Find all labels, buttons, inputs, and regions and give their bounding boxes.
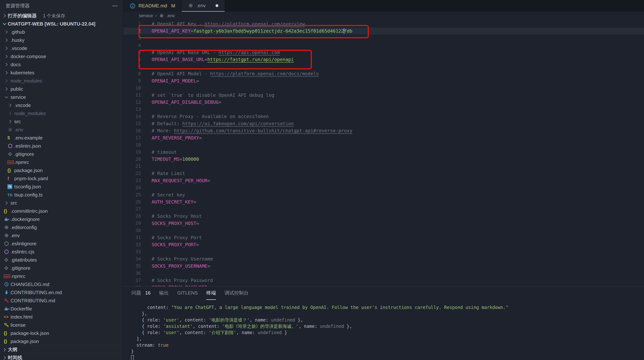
- tree-file-.gitignore[interactable]: .gitignore: [0, 264, 123, 272]
- code-line-33[interactable]: 33: [123, 248, 644, 256]
- code-line-8[interactable]: 8# OpenAI API Model - https://platform.o…: [123, 70, 644, 77]
- code-line-36[interactable]: 36: [123, 270, 644, 277]
- tree-file-.gitattributes[interactable]: .gitattributes: [0, 256, 123, 264]
- tree-file-CONTRIBUTING.en.md[interactable]: CONTRIBUTING.en.md: [0, 288, 123, 297]
- code-line-30[interactable]: 30: [123, 227, 644, 234]
- code-line-7[interactable]: 7: [123, 63, 644, 70]
- open-editors-section[interactable]: 打开的编辑器 1 个未保存: [0, 12, 123, 20]
- tree-file-.gitignore[interactable]: .gitignore: [0, 150, 123, 158]
- tree-file-package.json[interactable]: {}package.json: [0, 337, 123, 346]
- tree-folder-.github[interactable]: .github: [0, 28, 123, 36]
- tree-folder-node_modules[interactable]: node_modules: [0, 77, 123, 85]
- tree-folder-src[interactable]: src: [0, 117, 123, 126]
- code-line-27[interactable]: 27: [123, 206, 644, 213]
- code-line-32[interactable]: 32SOCKS_PROXY_PORT=: [123, 241, 644, 248]
- code-line-38[interactable]: 38SOCKS_PROXY_PASSWORD=: [123, 284, 644, 287]
- code-line-15[interactable]: 15# Default: https://ai.fakeopen.com/api…: [123, 120, 644, 127]
- tree-folder-service[interactable]: service: [0, 93, 123, 101]
- code-line-21[interactable]: 21: [123, 163, 644, 170]
- tree-file-.npmrc[interactable]: npm.npmrc: [0, 158, 123, 166]
- tree-folder-.husky[interactable]: .husky: [0, 36, 123, 44]
- tree-file-package-lock.json[interactable]: {}package-lock.json: [0, 329, 123, 337]
- panel-tab-GITLENS[interactable]: GITLENS: [177, 287, 198, 300]
- tab-.env[interactable]: .env: [182, 0, 225, 12]
- breadcrumb[interactable]: service › .env: [123, 12, 644, 19]
- code-line-22[interactable]: 22# Rate Limit: [123, 170, 644, 177]
- project-root-section[interactable]: CHATGPT-WEB [WSL: UBUNTU-22.04]: [0, 20, 123, 28]
- code-line-25[interactable]: 25# Secret key: [123, 191, 644, 199]
- code-line-35[interactable]: 35SOCKS_PROXY_USERNAME=: [123, 263, 644, 270]
- code-line-31[interactable]: 31# Socks Proxy Port: [123, 234, 644, 241]
- code-editor[interactable]: 1# OpenAI API Key - https://platform.ope…: [123, 19, 644, 286]
- more-actions-icon[interactable]: [112, 3, 118, 9]
- tree-file-.dockerignore[interactable]: .dockerignore: [0, 215, 123, 223]
- tree-file-tsconfig.json[interactable]: TStsconfig.json: [0, 183, 123, 191]
- code-line-28[interactable]: 28# Socks Proxy Host: [123, 213, 644, 220]
- tree-file-pnpm-lock.yaml[interactable]: !pnpm-lock.yaml: [0, 174, 123, 183]
- breadcrumb-folder[interactable]: service: [139, 13, 153, 18]
- tree-file-.eslintrc.json[interactable]: .eslintrc.json: [0, 142, 123, 150]
- code-line-14[interactable]: 14# Reverse Proxy - Available on accessT…: [123, 113, 644, 120]
- tree-file-.npmrc[interactable]: npm.npmrc: [0, 272, 123, 280]
- code-line-24[interactable]: 24: [123, 184, 644, 191]
- tree-file-CONTRIBUTING.md[interactable]: CONTRIBUTING.md: [0, 297, 123, 305]
- code-line-4[interactable]: 4: [123, 42, 644, 49]
- code-line-5[interactable]: 5# OpenAI API Base URL - https://api.ope…: [123, 49, 644, 56]
- breadcrumb-file[interactable]: .env: [166, 13, 175, 18]
- whale-icon: [4, 306, 10, 312]
- code-line-26[interactable]: 26AUTH_SECRET_KEY=: [123, 199, 644, 206]
- panel-tab-终端[interactable]: 终端: [206, 287, 216, 300]
- code-line-23[interactable]: 23MAX_REQUEST_PER_HOUR=: [123, 177, 644, 184]
- code-line-10[interactable]: 10: [123, 84, 644, 92]
- code-line-18[interactable]: 18: [123, 141, 644, 149]
- line-number: 2: [123, 27, 141, 35]
- tree-file-Dockerfile[interactable]: Dockerfile: [0, 305, 123, 313]
- tree-file-license[interactable]: license: [0, 321, 123, 329]
- tree-file-.env.example[interactable]: $.env.example: [0, 134, 123, 142]
- code-line-3[interactable]: 3: [123, 34, 644, 42]
- chevron-right-icon: [2, 347, 8, 353]
- tree-file-.editorconfig[interactable]: .editorconfig: [0, 223, 123, 231]
- timeline-section[interactable]: 时间线: [0, 354, 123, 360]
- terminal-output[interactable]: content: "You are ChatGPT, a large langu…: [123, 300, 644, 360]
- tree-folder-.vscode[interactable]: .vscode: [0, 44, 123, 52]
- tree-folder-src[interactable]: src: [0, 199, 123, 207]
- line-number: 25: [123, 191, 141, 199]
- code-line-2[interactable]: 2OPENAI_API_KEY=fastgpt-y6b3axfbdd5wyp01…: [123, 27, 644, 35]
- tree-folder-node_modules[interactable]: node_modules: [0, 109, 123, 117]
- code-line-37[interactable]: 37# Socks Proxy Password: [123, 277, 644, 284]
- tree-folder-kubernetes[interactable]: kubernetes: [0, 69, 123, 77]
- code-line-19[interactable]: 19# timeout: [123, 149, 644, 156]
- tree-folder-.vscode[interactable]: .vscode: [0, 101, 123, 109]
- tree-file-CHANGELOG.md[interactable]: CHANGELOG.md: [0, 280, 123, 288]
- tab-README.md[interactable]: README.mdM: [123, 0, 182, 12]
- tree-file-.eslintignore[interactable]: .eslintignore: [0, 240, 123, 248]
- code-line-1[interactable]: 1# OpenAI API Key - https://platform.ope…: [123, 20, 644, 27]
- code-line-20[interactable]: 20TIMEOUT_MS=100000: [123, 156, 644, 163]
- outline-section[interactable]: 大纲: [0, 346, 123, 354]
- panel-tab-问题[interactable]: 问题16: [132, 287, 150, 300]
- code-line-12[interactable]: 12OPENAI_API_DISABLE_DEBUG=: [123, 99, 644, 106]
- tree-file-.env[interactable]: .env: [0, 231, 123, 240]
- tree-folder-public[interactable]: public: [0, 85, 123, 93]
- tree-folder-docker-compose[interactable]: docker-compose: [0, 52, 123, 60]
- tree-file-package.json[interactable]: {}package.json: [0, 166, 123, 174]
- tree-folder-docs[interactable]: docs: [0, 60, 123, 69]
- chevron-right-icon: [2, 13, 8, 18]
- tree-file-.env[interactable]: .env: [0, 126, 123, 134]
- unsaved-dot-icon[interactable]: [216, 4, 218, 7]
- code-line-16[interactable]: 16# More: https://github.com/transitive-…: [123, 127, 644, 134]
- panel-tab-输出[interactable]: 输出: [159, 287, 169, 300]
- tree-file-tsup.config.ts[interactable]: TStsup.config.ts: [0, 191, 123, 199]
- code-line-6[interactable]: 6OPENAI_API_BASE_URL=https://fastgpt.run…: [123, 56, 644, 63]
- code-line-13[interactable]: 13: [123, 106, 644, 113]
- tree-file-index.html[interactable]: <>index.html: [0, 313, 123, 321]
- tree-file-.eslintrc.cjs[interactable]: .eslintrc.cjs: [0, 248, 123, 256]
- code-line-17[interactable]: 17API_REVERSE_PROXY=: [123, 134, 644, 141]
- panel-tab-调试控制台[interactable]: 调试控制台: [224, 287, 248, 300]
- code-line-11[interactable]: 11# set `true` to disable OpenAI API deb…: [123, 92, 644, 99]
- tree-file-.commitlintrc.json[interactable]: {}.commitlintrc.json: [0, 207, 123, 215]
- code-line-29[interactable]: 29SOCKS_PROXY_HOST=: [123, 220, 644, 227]
- code-line-9[interactable]: 9OPENAI_API_MODEL=: [123, 77, 644, 84]
- code-line-34[interactable]: 34# Socks Proxy Username: [123, 256, 644, 263]
